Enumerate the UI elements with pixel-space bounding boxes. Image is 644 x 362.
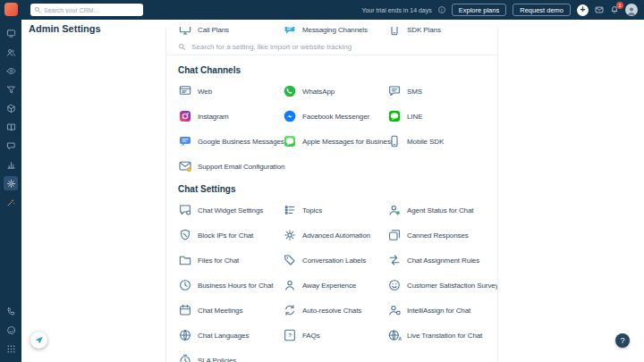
folder-icon	[178, 253, 192, 267]
sidebar-monitor-icon[interactable]	[4, 26, 18, 40]
monitor-icon	[178, 27, 192, 37]
setting-item-call-plans[interactable]: Call Plans	[178, 27, 283, 38]
setting-item-label: Conversation Labels	[302, 257, 366, 265]
setting-item-label: Customer Satisfaction Survey	[407, 282, 498, 290]
setting-item-label: Chat Languages	[198, 332, 249, 340]
app-logo[interactable]	[4, 3, 18, 16]
setting-item-label: LINE	[407, 113, 422, 121]
setting-item-label: Mobile SDK	[407, 138, 444, 146]
avatar[interactable]	[625, 4, 638, 16]
settings-panel: Call PlansMessaging ChannelsSDK Plans Ch…	[165, 27, 498, 362]
settings-grid: Chat Widget SettingsTopicsAgent Status f…	[178, 202, 486, 362]
sidebar-waffle-icon[interactable]	[4, 341, 18, 356]
request-demo-button[interactable]: Request demo	[513, 4, 571, 16]
setting-item-chat-assignment-rules[interactable]: Chat Assignment Rules	[387, 252, 498, 268]
sidebar-wand-icon[interactable]	[4, 195, 18, 209]
setting-item-intelliassign-for-chat[interactable]: IntelliAssign for Chat	[387, 302, 498, 318]
sidebar-cube-icon[interactable]	[4, 101, 18, 115]
setting-item-faqs[interactable]: ?FAQs	[283, 327, 387, 343]
whatsapp-icon	[283, 84, 297, 98]
global-search[interactable]	[30, 4, 143, 16]
help-button[interactable]: ?	[615, 333, 630, 348]
setting-item-label: Apple Messages for Business	[302, 138, 394, 146]
setting-item-label: Canned Responses	[407, 232, 469, 240]
sidebar-eye-icon[interactable]	[4, 63, 18, 78]
setting-item-whatsapp[interactable]: WhatsApp	[283, 83, 387, 99]
arrows-icon	[387, 253, 402, 267]
setting-item-label: WhatsApp	[302, 88, 335, 96]
info-icon[interactable]: i	[438, 6, 445, 13]
add-icon[interactable]: +	[577, 4, 589, 16]
setting-item-support-email-configuration[interactable]: Support Email Configuration	[178, 158, 283, 174]
setting-item-away-experience[interactable]: Away Experience	[283, 277, 387, 293]
setting-item-apple-messages-for-business[interactable]: Apple Messages for Business	[283, 133, 387, 149]
email-gear-icon	[178, 159, 192, 173]
agent-status-icon	[387, 203, 402, 217]
sidebar-smiley-icon[interactable]	[4, 323, 18, 337]
mobile-icon	[387, 27, 402, 37]
setting-item-label: Messaging Channels	[302, 27, 368, 34]
bubble-color-icon	[283, 27, 297, 37]
setting-item-mobile-sdk[interactable]: Mobile SDK	[387, 133, 486, 149]
setting-item-label: Away Experience	[302, 282, 356, 290]
setting-item-conversation-labels[interactable]: Conversation Labels	[283, 252, 387, 268]
sms-icon	[387, 84, 402, 98]
setting-item-label: Chat Widget Settings	[198, 206, 263, 215]
explore-plans-button[interactable]: Explore plans	[452, 4, 506, 16]
setting-item-canned-responses[interactable]: Canned Responses	[387, 227, 498, 243]
sidebar-chat-icon[interactable]	[4, 139, 18, 153]
settings-search-input[interactable]	[191, 43, 486, 51]
faq-icon: ?	[283, 328, 297, 342]
setting-item-label: Topics	[302, 206, 322, 215]
sidebar-phone-icon[interactable]	[4, 304, 18, 318]
setting-item-line[interactable]: LINE	[387, 108, 486, 124]
timer-icon	[178, 353, 192, 362]
setting-item-files-for-chat[interactable]: Files for Chat	[178, 252, 283, 268]
setting-item-instagram[interactable]: Instagram	[178, 108, 283, 124]
setting-item-google-business-messages[interactable]: Google Business Messages	[178, 133, 283, 149]
setting-item-topics[interactable]: Topics	[283, 202, 387, 218]
setting-item-auto-resolve-chats[interactable]: Auto-resolve Chats	[283, 302, 387, 318]
setting-item-label: Live Translation for Chat	[407, 332, 482, 340]
setting-item-facebook-messenger[interactable]: Facebook Messenger	[283, 108, 387, 124]
notifications-bell-icon[interactable]: 1	[610, 5, 619, 14]
setting-item-business-hours-for-chat[interactable]: Business Hours for Chat	[178, 277, 283, 293]
setting-item-agent-status-for-chat[interactable]: Agent Status for Chat	[387, 202, 498, 218]
setting-item-messaging-channels[interactable]: Messaging Channels	[283, 27, 387, 38]
sidebar-contacts-icon[interactable]	[4, 45, 18, 59]
setting-item-label: Business Hours for Chat	[198, 282, 273, 290]
setting-item-sdk-plans[interactable]: SDK Plans	[387, 27, 492, 38]
chat-launcher-button[interactable]	[30, 332, 47, 349]
sidebar-chart-icon[interactable]	[4, 157, 18, 172]
clock-icon	[178, 278, 192, 292]
global-search-input[interactable]	[44, 7, 140, 13]
setting-item-label: Block IPs for Chat	[198, 232, 253, 240]
setting-item-sla-policies[interactable]: SLA Policies	[178, 352, 283, 362]
setting-item-label: Call Plans	[198, 27, 229, 34]
svg-text:?: ?	[288, 333, 292, 338]
sidebar-gear-icon[interactable]	[4, 176, 18, 190]
setting-item-chat-meetings[interactable]: Chat Meetings	[178, 302, 283, 318]
setting-item-label: Auto-resolve Chats	[302, 307, 361, 315]
setting-item-block-ips-for-chat[interactable]: Block IPs for Chat	[178, 227, 283, 243]
setting-item-chat-languages[interactable]: Chat Languages	[178, 327, 283, 343]
settings-search[interactable]	[166, 39, 497, 55]
section-title-chat-settings: Chat Settings	[178, 184, 486, 194]
setting-item-customer-satisfaction-survey[interactable]: Customer Satisfaction Survey	[387, 277, 498, 293]
setting-item-label: IntelliAssign for Chat	[407, 307, 470, 315]
setting-item-chat-widget-settings[interactable]: Chat Widget Settings	[178, 202, 283, 218]
setting-item-label: Support Email Configuration	[198, 163, 284, 171]
setting-item-advanced-automation[interactable]: Advanced Automation	[283, 227, 387, 243]
widget-icon	[178, 203, 192, 217]
refresh-icon	[283, 303, 297, 317]
messenger-icon	[283, 109, 297, 123]
sidebar-book-icon[interactable]	[4, 120, 18, 134]
section-title-chat-channels: Chat Channels	[178, 65, 486, 75]
setting-item-live-translation-for-chat[interactable]: ALive Translation for Chat	[387, 327, 498, 343]
setting-item-label: Instagram	[198, 113, 229, 121]
setting-item-web[interactable]: Web	[178, 83, 283, 99]
gear-icon	[283, 228, 297, 242]
mail-icon[interactable]	[595, 5, 604, 14]
sidebar-funnel-icon[interactable]	[4, 82, 18, 97]
setting-item-sms[interactable]: SMS	[387, 83, 486, 99]
